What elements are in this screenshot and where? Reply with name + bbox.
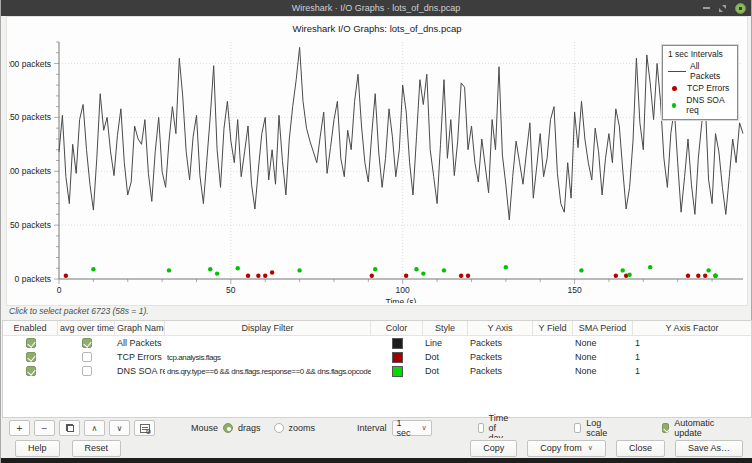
col-y-field[interactable]: Y Field — [533, 321, 573, 336]
table-header: Enabled avg over time Graph Name Display… — [3, 321, 751, 336]
enabled-checkbox[interactable] — [26, 338, 36, 348]
svg-text:50: 50 — [226, 285, 236, 295]
avg-over-time-checkbox[interactable] — [82, 338, 92, 348]
col-graph-name[interactable]: Graph Name — [115, 321, 165, 336]
graph-name-cell[interactable]: TCP Errors — [115, 352, 165, 362]
col-sma-period[interactable]: SMA Period — [573, 321, 633, 336]
reset-button[interactable]: Reset — [72, 440, 122, 457]
dns-soa-dot-icon — [672, 103, 676, 108]
graph-name-cell[interactable]: All Packets — [115, 338, 165, 348]
mouse-zooms-radio[interactable] — [274, 423, 284, 433]
svg-text:0 packets: 0 packets — [15, 274, 51, 284]
col-color[interactable]: Color — [371, 321, 423, 336]
copy-button[interactable]: Copy — [470, 440, 517, 457]
chevron-up-icon: ∧ — [92, 424, 98, 433]
sma-period-cell[interactable]: None — [573, 338, 633, 348]
enabled-checkbox[interactable] — [26, 366, 36, 376]
y-axis-cell[interactable]: Packets — [468, 366, 533, 376]
chart-legend: 1 sec Intervals All Packets TCP Errors D… — [662, 45, 738, 120]
display-filter-cell[interactable]: tcp.analysis.flags — [165, 353, 371, 362]
col-style[interactable]: Style — [423, 321, 468, 336]
col-y-axis-factor[interactable]: Y Axis Factor — [633, 321, 751, 336]
window-bottom-edge — [1, 458, 752, 463]
style-cell[interactable]: Line — [423, 338, 468, 348]
mouse-zooms-label[interactable]: zooms — [289, 423, 316, 433]
y-axis-factor-cell[interactable]: 1 — [633, 366, 751, 376]
graph-name-cell[interactable]: DNS SOA req — [115, 366, 165, 376]
mouse-drags-radio[interactable] — [223, 423, 233, 433]
display-filter-cell[interactable]: dns.qry.type==6 && dns.flags.response==0… — [165, 367, 371, 376]
legend-label-dns-soa: DNS SOA req — [686, 95, 732, 115]
help-button[interactable]: Help — [15, 440, 60, 457]
hint-text: Click to select packet 6723 (58s = 1). — [1, 306, 752, 316]
log-scale-checkbox[interactable] — [574, 423, 581, 433]
duplicate-graph-button[interactable] — [59, 420, 80, 436]
hint-row: Click to select packet 6723 (58s = 1). — [1, 306, 752, 320]
table-row[interactable]: DNS SOA req dns.qry.type==6 && dns.flags… — [3, 364, 751, 378]
duplicate-icon — [66, 424, 74, 432]
graphs-table: Enabled avg over time Graph Name Display… — [2, 320, 752, 418]
svg-text:150 packets: 150 packets — [9, 112, 51, 122]
col-display-filter[interactable]: Display Filter — [165, 321, 371, 336]
time-of-day-checkbox[interactable] — [478, 423, 484, 433]
all-packets-line-icon — [668, 71, 686, 72]
svg-text:50 packets: 50 packets — [10, 220, 51, 230]
chart-panel: Wireshark I/O Graphs: lots_of_dns.pcap 0… — [6, 16, 748, 306]
minus-icon: − — [42, 423, 48, 434]
color-swatch[interactable] — [392, 366, 403, 377]
io-graphs-window: Wireshark · I/O Graphs · lots_of_dns.pca… — [0, 0, 752, 463]
color-swatch[interactable] — [392, 352, 403, 363]
legend-label-tcp-errors: TCP Errors — [687, 83, 729, 93]
table-row[interactable]: All Packets Line Packets None 1 — [3, 336, 751, 350]
save-as-button[interactable]: Save As… — [675, 440, 743, 457]
style-cell[interactable]: Dot — [423, 366, 468, 376]
close-button[interactable]: Close — [616, 440, 665, 457]
svg-text:100 packets: 100 packets — [9, 166, 51, 176]
automatic-update-label[interactable]: Automatic update — [674, 418, 717, 438]
color-swatch[interactable] — [392, 338, 403, 349]
interval-label: Interval — [357, 423, 387, 433]
restore-icon[interactable] — [719, 5, 726, 12]
move-up-button[interactable]: ∧ — [84, 420, 105, 436]
legend-title: 1 sec Intervals — [668, 49, 732, 59]
log-scale-label[interactable]: Log scale — [586, 418, 610, 438]
sheet-gear-icon — [140, 424, 150, 433]
table-row[interactable]: TCP Errors tcp.analysis.flags Dot Packet… — [3, 350, 751, 364]
enabled-checkbox[interactable] — [26, 352, 36, 362]
svg-text:0: 0 — [57, 285, 62, 295]
clear-graphs-button[interactable] — [134, 420, 155, 436]
plus-icon: + — [17, 423, 23, 434]
mouse-label: Mouse — [191, 423, 218, 433]
minimize-icon[interactable] — [703, 7, 710, 9]
mouse-drags-label[interactable]: drags — [238, 423, 261, 433]
col-y-axis[interactable]: Y Axis — [468, 321, 533, 336]
io-graph-chart[interactable]: 0501001500 packets50 packets100 packets1… — [9, 37, 747, 303]
svg-text:150: 150 — [567, 285, 581, 295]
svg-text:100: 100 — [396, 285, 410, 295]
sma-period-cell[interactable]: None — [573, 352, 633, 362]
avg-over-time-checkbox[interactable] — [82, 352, 92, 362]
chevron-down-icon: ∨ — [117, 424, 123, 433]
chevron-down-icon: ∨ — [421, 424, 426, 432]
y-axis-cell[interactable]: Packets — [468, 352, 533, 362]
automatic-update-checkbox[interactable] — [662, 423, 669, 433]
move-down-button[interactable]: ∨ — [109, 420, 130, 436]
y-axis-factor-cell[interactable]: 1 — [633, 352, 751, 362]
copy-from-button[interactable]: Copy from ∨ — [527, 440, 606, 457]
copy-from-label: Copy from — [540, 443, 582, 453]
add-graph-button[interactable]: + — [9, 420, 30, 436]
col-enabled[interactable]: Enabled — [3, 321, 58, 336]
style-cell[interactable]: Dot — [423, 352, 468, 362]
close-icon[interactable] — [735, 3, 746, 14]
controls-bar: + − ∧ ∨ Mouse drags zooms Interval 1 sec… — [1, 418, 752, 438]
titlebar[interactable]: Wireshark · I/O Graphs · lots_of_dns.pca… — [1, 0, 751, 16]
tcp-errors-dot-icon — [672, 86, 677, 91]
avg-over-time-checkbox[interactable] — [82, 366, 92, 376]
remove-graph-button[interactable]: − — [34, 420, 55, 436]
col-avg-over-time[interactable]: avg over time — [58, 321, 115, 336]
y-axis-cell[interactable]: Packets — [468, 338, 533, 348]
sma-period-cell[interactable]: None — [573, 366, 633, 376]
interval-select[interactable]: 1 sec ∨ — [392, 420, 432, 436]
y-axis-factor-cell[interactable]: 1 — [633, 338, 751, 348]
chart-title: Wireshark I/O Graphs: lots_of_dns.pcap — [7, 17, 747, 34]
